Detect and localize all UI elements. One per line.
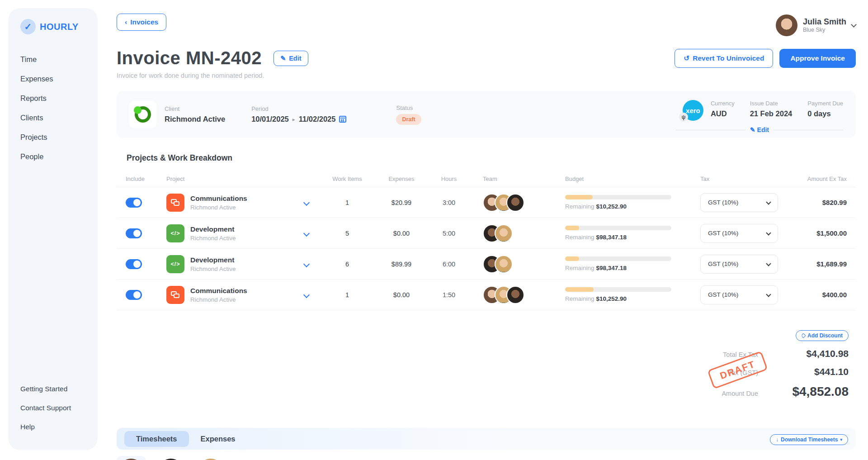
sidebar-item-projects[interactable]: Projects [20, 128, 98, 147]
budget-cell: Remaining$10,252.90 [560, 195, 691, 210]
approve-invoice-button[interactable]: Approve Invoice [779, 49, 856, 68]
budget-bar-fill [565, 226, 579, 230]
expand-row-icon[interactable] [303, 199, 310, 205]
issue-date-label: Issue Date [750, 100, 793, 107]
status-label: Status [396, 104, 421, 111]
chevron-down-icon [766, 261, 771, 266]
budget-cell: Remaining$98,347.18 [560, 226, 691, 241]
hours-value: 3:00 [424, 199, 474, 206]
sidebar-nav: TimeExpensesReportsClientsProjectsPeople [20, 50, 98, 166]
work-items-value: 5 [316, 230, 379, 237]
column-header: Work Items [316, 175, 379, 182]
user-avatar [776, 14, 797, 36]
amount-ex-tax-value: $1,500.00 [786, 229, 856, 237]
column-header: Hours [424, 175, 474, 182]
person-card[interactable]: Julia [117, 456, 146, 460]
sidebar-item-clients[interactable]: Clients [20, 108, 98, 128]
budget-bar [565, 287, 671, 292]
pencil-icon: ✎ [280, 55, 286, 62]
budget-bar [565, 226, 671, 230]
add-discount-button[interactable]: Add Discount [796, 330, 849, 341]
revert-label: Revert To Uninvoiced [693, 54, 764, 62]
user-name: Julia Smith [803, 18, 846, 27]
edit-invoice-details-link[interactable]: ✎ Edit [750, 126, 769, 133]
budget-bar-fill [565, 256, 579, 261]
sidebar-item-help[interactable]: Help [20, 417, 71, 436]
include-toggle[interactable] [126, 198, 142, 208]
team-avatars [474, 286, 560, 304]
tab-timesheets[interactable]: Timesheets [124, 431, 189, 447]
user-menu[interactable]: Julia Smith Blue Sky [776, 14, 856, 36]
budget-remaining-value: $98,347.18 [596, 234, 627, 241]
sidebar-item-reports[interactable]: Reports [20, 89, 98, 108]
amount-due-value: $4,852.08 [758, 384, 849, 399]
expenses-value: $89.99 [379, 261, 424, 268]
project-cell: </>DevelopmentRichmond Active [162, 255, 297, 273]
budget-remaining-value: $10,252.90 [596, 203, 627, 210]
tax-select[interactable]: GST (10%) [700, 224, 778, 243]
tax-value: GST (10%) [708, 199, 738, 206]
divider [676, 130, 745, 130]
chevron-down-icon [766, 199, 771, 204]
work-items-value: 6 [316, 261, 379, 268]
chat-bubbles-icon [166, 286, 184, 304]
tax-select[interactable]: GST (10%) [700, 193, 778, 212]
brand-name: HOURLY [40, 22, 79, 32]
sidebar-item-contact-support[interactable]: Contact Support [20, 398, 71, 417]
team-member-avatar [506, 194, 524, 212]
budget-cell: Remaining$98,347.18 [560, 256, 691, 271]
column-header: Include [117, 175, 162, 182]
payment-due-value: 0 days [807, 109, 843, 118]
download-timesheets-button[interactable]: ↓ Download Timesheets ▾ [770, 434, 848, 445]
tax-select[interactable]: GST (10%) [700, 285, 778, 304]
budget-remaining: Remaining$10,252.90 [565, 203, 691, 210]
sidebar-item-time[interactable]: Time [20, 50, 98, 69]
pencil-icon: ✎ [750, 126, 755, 133]
person-card[interactable]: Ben [156, 456, 185, 460]
chevron-down-icon [766, 230, 771, 235]
tag-icon [801, 333, 806, 338]
project-client: Richmond Active [190, 296, 247, 303]
undo-icon: ↺ [684, 54, 689, 62]
page-subtitle: Invoice for work done during the nominat… [117, 72, 856, 79]
include-toggle[interactable] [126, 290, 142, 300]
calendar-icon[interactable] [339, 116, 346, 123]
currency-label: Currency [711, 100, 735, 107]
team-avatars [474, 224, 560, 242]
project-name: Communications [190, 194, 247, 203]
sidebar: ✓ HOURLY TimeExpensesReportsClientsProje… [8, 8, 98, 450]
currency-value: AUD [711, 109, 735, 118]
chevron-right-icon: ▸ [292, 116, 295, 123]
budget-remaining-value: $98,347.18 [596, 265, 627, 271]
totals-value: $441.10 [758, 366, 849, 377]
main-content: ‹ Invoices Julia Smith Blue Sky Invoice … [117, 0, 856, 460]
include-toggle[interactable] [126, 259, 142, 269]
expand-row-icon[interactable] [303, 261, 310, 267]
team-avatars [474, 194, 560, 212]
expand-row-icon[interactable] [303, 291, 310, 298]
back-to-invoices-button[interactable]: ‹ Invoices [117, 14, 166, 31]
expand-row-icon[interactable] [303, 230, 310, 236]
sidebar-item-getting-started[interactable]: Getting Started [20, 379, 71, 398]
issue-date-value: 21 Feb 2024 [750, 109, 793, 118]
team-member-avatar [495, 255, 513, 273]
tax-select[interactable]: GST (10%) [700, 255, 778, 274]
edit-invoice-button[interactable]: ✎ Edit [274, 51, 308, 66]
revert-to-uninvoiced-button[interactable]: ↺ Revert To Uninvoiced [675, 49, 773, 68]
code-icon: </> [166, 224, 184, 242]
caret-down-icon: ▾ [840, 437, 842, 442]
include-toggle[interactable] [126, 228, 142, 238]
expenses-value: $0.00 [379, 291, 424, 299]
period-value[interactable]: 10/01/2025 ▸ 11/02/2025 [251, 115, 346, 123]
sidebar-item-expenses[interactable]: Expenses [20, 69, 98, 89]
chevron-down-icon [766, 292, 771, 297]
tab-expenses[interactable]: Expenses [189, 431, 247, 447]
project-cell: </>DevelopmentRichmond Active [162, 224, 297, 242]
amount-ex-tax-value: $400.00 [786, 291, 856, 299]
client-label: Client [165, 105, 225, 112]
project-cell: CommunicationsRichmond Active [162, 194, 297, 212]
breakdown-table: IncludeProjectWork ItemsExpensesHoursTea… [117, 171, 856, 310]
team-avatars [474, 255, 560, 273]
sidebar-item-people[interactable]: People [20, 147, 98, 166]
person-card[interactable]: Blake [196, 456, 225, 460]
